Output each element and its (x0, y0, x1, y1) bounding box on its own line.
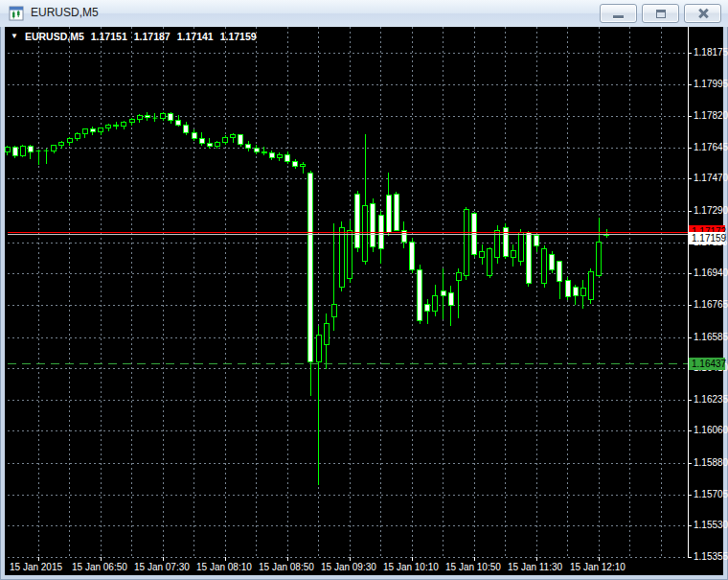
candle-bear-body (418, 270, 422, 321)
candle-bear-body (207, 143, 212, 146)
candle-bear-body (239, 135, 243, 145)
candle-bear-body (410, 242, 415, 270)
time-tick-label: 15 Jan 10:10 (383, 562, 439, 572)
price-tick-label: 1.15530 (694, 520, 728, 530)
candle-bull-body (301, 165, 306, 166)
candle-bear-body (550, 254, 555, 270)
candle-bear-body (448, 293, 453, 306)
time-tick-label: 15 Jan 11:30 (508, 562, 562, 572)
close-button[interactable] (684, 4, 721, 23)
time-tick-label: 15 Jan 07:30 (134, 562, 190, 572)
candle-bull-body (588, 271, 593, 300)
chart-window: EURUSD,M5 ▼ EURUSD,M5 1.17151 1.17187 1.… (0, 0, 728, 580)
candle-bear-body (535, 235, 539, 246)
candle-bear-body (425, 304, 430, 312)
candle-bull-body (106, 125, 111, 128)
candle-bear-body (308, 173, 313, 361)
candle-bull-body (363, 206, 368, 262)
candle-bear-body (269, 153, 274, 157)
candle-bull-body (348, 231, 353, 279)
candle-bear-body (565, 280, 570, 297)
candle-bull-body (122, 122, 126, 126)
window-title: EURUSD,M5 (31, 6, 99, 19)
candle-bear-body (371, 204, 375, 247)
candle-bear-body (355, 194, 360, 247)
time-tick-label: 15 Jan 08:50 (259, 562, 314, 572)
candle-bear-body (169, 114, 173, 121)
price-tick-label: 1.17645 (694, 142, 728, 152)
candle-bull-body (215, 142, 219, 146)
candle-bull-body (231, 135, 236, 137)
minimize-icon (613, 15, 624, 19)
price-tick-label: 1.16940 (694, 267, 728, 278)
candle-bear-body (573, 288, 578, 295)
candle-bear-body (199, 138, 204, 143)
low-value: 1.17141 (177, 31, 214, 42)
candle-bull-body (99, 128, 103, 132)
candle-bull-body (59, 143, 64, 146)
candle-bull-body (511, 250, 515, 258)
candle-doji-body (36, 151, 41, 151)
window-titlebar[interactable]: EURUSD,M5 (0, 0, 728, 27)
candle-bear-body (262, 151, 266, 153)
candle-bull-body (129, 119, 134, 122)
price-tick-label: 1.18175 (694, 47, 728, 58)
price-tick-label: 1.15705 (694, 489, 728, 499)
candle-bull-body (20, 146, 25, 155)
candle-bear-body (90, 129, 95, 132)
chart-client-area: ▼ EURUSD,M5 1.17151 1.17187 1.17141 1.17… (5, 27, 723, 575)
price-tick-label: 1.17290 (694, 205, 728, 216)
candle-bear-body (394, 194, 398, 230)
ohlc-header: ▼ EURUSD,M5 1.17151 1.17187 1.17141 1.17… (11, 31, 257, 42)
candle-bear-body (192, 132, 196, 138)
level-price-box: 1.16437 (689, 358, 725, 370)
bid-price-box: 1.17159 (689, 232, 725, 244)
candle-bull-body (75, 133, 80, 138)
candle-bull-body (488, 249, 492, 276)
symbol-period-label: EURUSD,M5 (25, 31, 84, 42)
candle-bull-body (518, 232, 523, 262)
candle-bull-body (542, 249, 547, 283)
candle-bear-body (285, 154, 290, 161)
candle-bear-body (28, 146, 33, 151)
candle-bull-body (331, 304, 336, 316)
candle-bear-body (114, 125, 119, 126)
price-tick-label: 1.15355 (694, 551, 728, 562)
candle-bull-body (5, 147, 10, 151)
candle-bear-body (293, 162, 298, 167)
candle-bull-body (433, 295, 438, 312)
candle-bull-body (223, 137, 228, 142)
price-tick-label: 1.16235 (694, 394, 728, 405)
price-tick-label: 1.17820 (694, 110, 728, 121)
chevron-down-icon: ▼ (11, 32, 18, 41)
minimize-button[interactable] (600, 4, 637, 23)
candle-bull-body (316, 336, 321, 362)
candle-bull-body (456, 273, 461, 280)
candle-bull-body (580, 289, 585, 295)
candle-bear-body (557, 262, 562, 281)
candle-bull-body (277, 154, 282, 157)
time-tick-label: 15 Jan 06:50 (72, 562, 127, 572)
time-tick-label: 15 Jan 2015 (10, 562, 62, 572)
open-value: 1.17151 (91, 31, 127, 42)
time-tick-label: 15 Jan 10:50 (445, 562, 501, 572)
candle-doji-body (152, 118, 157, 119)
high-value: 1.17187 (134, 31, 171, 42)
candle-bear-body (12, 147, 17, 155)
price-tick-label: 1.16765 (694, 299, 728, 310)
chart-canvas[interactable] (5, 27, 723, 575)
candle-bull-body (324, 323, 329, 345)
candle-bull-body (480, 252, 485, 257)
price-tick-label: 1.16060 (694, 425, 728, 435)
maximize-button[interactable] (642, 4, 679, 23)
price-tick-label: 1.17995 (694, 79, 728, 89)
time-tick-label: 15 Jan 12:10 (570, 562, 626, 572)
candle-bull-body (339, 228, 344, 288)
maximize-icon (656, 10, 666, 18)
candle-bear-body (526, 232, 531, 283)
candle-bull-body (161, 114, 166, 119)
close-icon (697, 9, 709, 18)
candle-bull-body (137, 116, 142, 120)
candle-bear-body (145, 116, 149, 118)
candle-bull-body (52, 146, 57, 151)
